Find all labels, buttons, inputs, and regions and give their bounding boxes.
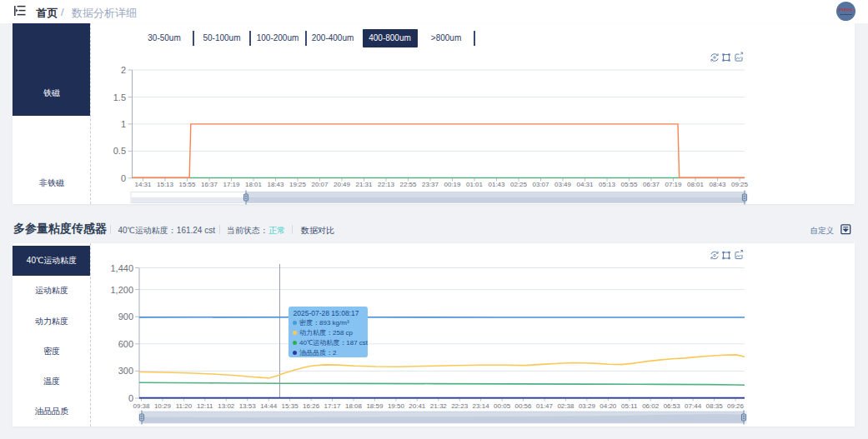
svg-text:09:38: 09:38 [133,402,150,410]
svg-text:300: 300 [118,366,133,376]
svg-text:1,200: 1,200 [110,285,133,295]
svg-text:06:37: 06:37 [643,181,660,188]
svg-text:14:31: 14:31 [134,181,152,188]
svg-text:20:41: 20:41 [409,402,426,410]
svg-text:15:13: 15:13 [157,181,174,188]
svg-text:03:07: 03:07 [532,181,549,188]
svg-text:09:26: 09:26 [727,402,745,410]
svg-text:19:50: 19:50 [388,402,405,410]
svg-text:23:37: 23:37 [422,181,439,188]
svg-text:07:19: 07:19 [665,181,682,188]
svg-text:22:23: 22:23 [451,402,469,410]
svg-text:05:13: 05:13 [599,181,616,188]
svg-text:06:53: 06:53 [664,402,681,410]
svg-text:16:26: 16:26 [303,402,320,410]
svg-text:1: 1 [121,119,126,129]
svg-text:04:20: 04:20 [600,402,617,410]
svg-text:14:44: 14:44 [260,402,278,410]
svg-text:01:43: 01:43 [488,181,505,188]
svg-text:05:11: 05:11 [621,402,638,410]
svg-text:05:55: 05:55 [620,181,638,188]
svg-text:01:01: 01:01 [466,181,484,188]
svg-text:18:43: 18:43 [267,181,284,188]
svg-text:00:56: 00:56 [514,402,532,410]
svg-text:18:08: 18:08 [345,402,363,410]
svg-text:06:02: 06:02 [642,402,660,410]
svg-text:15:55: 15:55 [178,181,196,188]
svg-text:12:11: 12:11 [197,402,213,410]
svg-text:600: 600 [118,339,133,349]
svg-text:01:47: 01:47 [536,402,554,410]
svg-text:1,440: 1,440 [110,263,133,273]
svg-text:20:07: 20:07 [311,181,329,188]
svg-text:17:19: 17:19 [223,181,240,188]
svg-text:07:44: 07:44 [685,402,702,410]
svg-text:02:25: 02:25 [510,181,528,188]
svg-text:13:53: 13:53 [239,402,257,410]
svg-text:16:37: 16:37 [201,181,218,188]
svg-text:08:35: 08:35 [706,402,724,410]
svg-text:1.5: 1.5 [113,92,126,102]
svg-text:22:55: 22:55 [399,181,417,188]
svg-text:23:14: 23:14 [473,402,490,410]
svg-text:03:49: 03:49 [554,181,572,188]
svg-text:15:35: 15:35 [282,402,299,410]
svg-text:18:59: 18:59 [366,402,384,410]
svg-text:20:49: 20:49 [334,181,351,188]
svg-text:0.5: 0.5 [113,146,126,156]
svg-text:0: 0 [121,173,126,183]
svg-text:21:32: 21:32 [430,402,448,410]
svg-text:18:01: 18:01 [245,181,263,188]
svg-text:900: 900 [118,312,133,322]
svg-text:00:19: 00:19 [444,181,461,188]
svg-text:11:20: 11:20 [176,402,193,410]
svg-text:13:02: 13:02 [218,402,235,410]
svg-text:22:13: 22:13 [378,181,395,188]
svg-text:19:25: 19:25 [289,181,307,188]
svg-text:17:17: 17:17 [324,402,341,410]
svg-text:08:43: 08:43 [709,181,726,188]
svg-text:02:38: 02:38 [557,402,574,410]
svg-text:08:01: 08:01 [687,181,705,188]
svg-text:00:05: 00:05 [494,402,511,410]
svg-text:09:25: 09:25 [731,181,749,188]
svg-text:03:29: 03:29 [579,402,596,410]
svg-text:10:29: 10:29 [154,402,172,410]
svg-text:2: 2 [121,65,126,75]
svg-text:21:31: 21:31 [355,181,373,188]
svg-text:04:31: 04:31 [576,181,594,188]
